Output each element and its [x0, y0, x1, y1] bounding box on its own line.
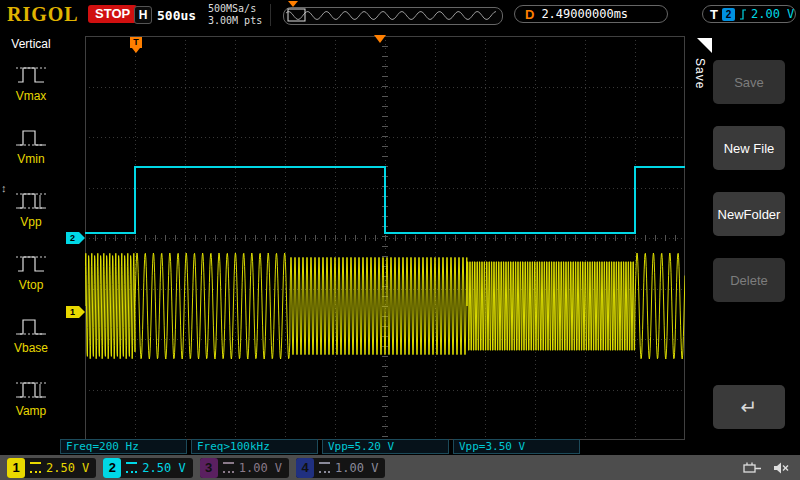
acquisition-info: 500MSa/s 3.00M pts [208, 3, 262, 27]
trigger-position-flag[interactable]: T [130, 37, 142, 48]
trigger-level-value: 2.00 V [751, 7, 794, 21]
channel-4-badge: 4 [296, 458, 314, 478]
menu-item-label: Vmax [16, 89, 47, 103]
divider [270, 4, 271, 26]
channel-2-scale: 2.50 V [142, 461, 185, 475]
trigger-label: T [710, 7, 718, 22]
top-status-bar: RIGOL STOP H 500us 500MSa/s 3.00M pts D … [0, 0, 800, 30]
channel-3-badge: 3 [200, 458, 218, 478]
window-center-marker-icon[interactable] [374, 35, 386, 43]
measure-menu-title: Vertical [0, 30, 62, 51]
memory-trigger-marker-icon [288, 1, 298, 7]
menu-item-vtop[interactable]: Vtop [0, 240, 62, 303]
oscilloscope-screen: RIGOL STOP H 500us 500MSa/s 3.00M pts D … [0, 0, 800, 480]
vpp-icon [14, 188, 48, 214]
menu-item-vbase[interactable]: Vbase [0, 303, 62, 366]
waveform-svg [85, 36, 685, 440]
menu-item-vmax[interactable]: Vmax [0, 51, 62, 114]
measurement-vpp-ch2: Vpp=3.50 V [453, 439, 580, 454]
menu-item-label: Vbase [14, 341, 48, 355]
memory-waveform-icon [284, 8, 500, 22]
menu-item-vpp[interactable]: Vpp [0, 177, 62, 240]
channel-2-status[interactable]: 2 2.50 V [103, 458, 192, 478]
memory-position-widget[interactable] [283, 7, 503, 25]
brand-logo: RIGOL [7, 3, 79, 26]
channel-1-badge: 1 [7, 458, 25, 478]
delay-label: D [525, 7, 534, 22]
menu-item-label: Vmin [17, 152, 44, 166]
vmax-icon [14, 62, 48, 88]
channel-status-bar: 1 2.50 V 2 2.50 V 3 1.00 V 4 1.00 V [0, 455, 800, 480]
new-folder-button[interactable]: NewFolder [713, 192, 785, 236]
menu-item-label: Vpp [20, 215, 41, 229]
usb-icon [743, 461, 763, 475]
waveform-display [85, 36, 685, 440]
vamp-icon [14, 377, 48, 403]
channel-4-status[interactable]: 4 1.00 V [296, 458, 385, 478]
menu-tab-notch-icon [697, 38, 712, 53]
delay-readout: D 2.49000000ms [514, 5, 668, 23]
vmin-icon [14, 125, 48, 151]
trigger-readout: T 2 2.00 V [702, 5, 796, 23]
memory-depth: 3.00M pts [208, 15, 262, 27]
ch1-ground-marker[interactable]: 1 [66, 306, 79, 318]
measure-menu: Vertical Vmax Vmin Vpp [0, 30, 62, 455]
channel-3-status[interactable]: 3 1.00 V [200, 458, 289, 478]
save-button[interactable]: Save [713, 60, 785, 104]
vtop-icon [14, 251, 48, 277]
channel-3-scale: 1.00 V [239, 461, 282, 475]
new-file-button[interactable]: New File [713, 126, 785, 170]
measurement-freq-ch1: Freq>100kHz [191, 439, 318, 454]
rising-edge-icon [739, 8, 747, 21]
channel-2-badge: 2 [103, 458, 121, 478]
channel-1-scale: 2.50 V [46, 461, 89, 475]
vbase-icon [14, 314, 48, 340]
speaker-icon [773, 461, 790, 475]
menu-scroll-indicator-icon[interactable]: ↕ [1, 182, 7, 194]
run-state-badge[interactable]: STOP [88, 5, 137, 23]
delete-button[interactable]: Delete [713, 258, 785, 302]
save-menu: Save Save New File NewFolder Delete ↵ [685, 30, 800, 455]
measurement-vpp-ch1: Vpp=5.20 V [322, 439, 449, 454]
return-button[interactable]: ↵ [713, 385, 785, 429]
dc-coupling-icon [319, 462, 330, 473]
menu-item-label: Vtop [19, 278, 44, 292]
channel-1-status[interactable]: 1 2.50 V [7, 458, 96, 478]
delay-value: 2.49000000ms [541, 7, 628, 21]
status-icons [743, 461, 790, 475]
measurement-freq-ch2: Freq=200 Hz [60, 439, 187, 454]
menu-item-label: Vamp [16, 404, 46, 418]
dc-coupling-icon [223, 462, 234, 473]
menu-tab-label: Save [693, 58, 707, 89]
trigger-source-chip: 2 [722, 8, 735, 21]
horizontal-label: H [134, 6, 152, 24]
measurement-bar: Freq=200 Hz Freq>100kHz Vpp=5.20 V Vpp=3… [60, 439, 580, 454]
dc-coupling-icon [126, 462, 137, 473]
timebase-value: 500us [157, 8, 196, 23]
dc-coupling-icon [30, 462, 41, 473]
sample-rate: 500MSa/s [208, 3, 262, 15]
ch2-ground-marker[interactable]: 2 [66, 232, 79, 244]
channel-4-scale: 1.00 V [335, 461, 378, 475]
menu-item-vamp[interactable]: Vamp [0, 366, 62, 429]
menu-item-vmin[interactable]: Vmin [0, 114, 62, 177]
